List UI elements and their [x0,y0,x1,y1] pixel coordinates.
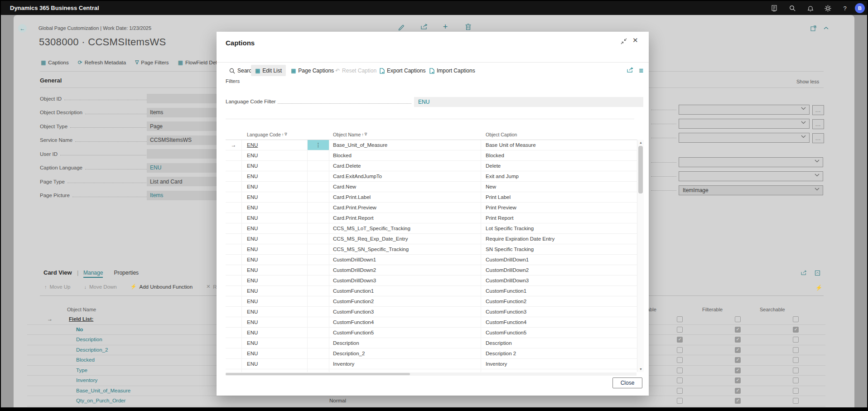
object-name-cell[interactable]: Card.ExitAndJumpTo [329,171,481,181]
card-view-action[interactable]: ↓ Move Down [84,284,117,290]
object-caption-cell[interactable]: CustomFunction4 [481,317,637,327]
assist-edit-button[interactable]: ... [812,105,824,115]
scrollbar-thumb[interactable] [638,146,643,193]
design-icon[interactable]: ⚡ [815,285,822,291]
object-name-cell[interactable]: Description_2 [76,347,108,353]
searchable-checkbox[interactable] [793,367,799,373]
dropdown-field[interactable]: ... [679,133,810,143]
filterable-checkbox[interactable] [735,367,741,373]
language-code-cell[interactable]: ENU [247,361,258,367]
language-code-cell[interactable]: ENU [247,340,258,346]
searchable-checkbox[interactable] [793,398,799,404]
editable-checkbox[interactable] [677,316,683,322]
caption-row[interactable]: → ENU ⋮ Card.Print.Preview Print Preview [226,203,637,213]
back-button[interactable]: ← [18,24,27,33]
caption-row[interactable]: → ENU ⋮ CCS_MS_LoT_Specific_Tracking Lot… [226,223,637,234]
language-code-cell[interactable]: ENU [247,247,258,252]
caption-row[interactable]: → ENU ⋮ Card.ExitAndJumpTo Exit and Jump [226,171,637,182]
object-caption-cell[interactable]: CustomDrillDown3 [481,276,637,285]
chevron-down-icon[interactable] [815,188,820,191]
editable-checkbox[interactable] [677,347,683,353]
object-name-cell[interactable]: Base_Unit_of_Measure [76,388,130,393]
page-captions-action[interactable]: ▦ Page Captions [291,68,334,74]
filterable-column-header[interactable]: Filterable [702,307,723,312]
ribbon-action[interactable]: ∇ Page Filters [135,59,169,66]
filterable-checkbox[interactable] [735,357,741,363]
caption-row[interactable]: → ENU ⋮ Blocked Blocked [226,150,637,161]
object-caption-cell[interactable]: Description [481,338,637,348]
object-caption-cell[interactable]: New [481,182,637,192]
object-name-cell[interactable]: Type [76,367,87,373]
object-caption-cell[interactable]: Base Unit of Measure [481,140,637,150]
language-code-cell[interactable]: ENU [247,215,258,221]
horizontal-scrollbar[interactable] [226,372,637,376]
object-caption-cell[interactable]: SN Specific Tracking [481,244,637,254]
object-name-cell[interactable]: CustomFunction5 [329,328,481,338]
editable-checkbox[interactable] [677,357,683,363]
object-name-cell[interactable]: CustomDrillDown2 [329,265,481,275]
row-ellipsis-icon[interactable]: ⋮ [316,142,321,148]
edit-icon[interactable] [397,23,405,31]
object-name-cell[interactable]: Card.Print.Label [329,192,481,202]
caption-row[interactable]: → ENU ⋮ Base_Unit_of_Measure Base Unit o… [226,140,637,150]
filterable-checkbox[interactable] [735,398,741,404]
object-name-cell[interactable]: CustomFunction4 [329,317,481,327]
object-name-cell[interactable]: CCS_MS_Req_Exp_Date_Entry [329,234,481,244]
object-name-cell[interactable]: CustomDrillDown1 [329,255,481,265]
language-code-cell[interactable]: ENU [247,278,258,283]
share-section-icon[interactable] [801,270,807,276]
assist-edit-button[interactable]: ... [812,119,824,129]
scroll-down-icon[interactable]: ▼ [637,367,644,371]
caption-row[interactable]: → ENU ⋮ Card.Delete Delete [226,161,637,171]
caption-row[interactable]: → ENU ⋮ CustomDrillDown1 CustomDrillDown… [226,255,637,265]
object-caption-cell[interactable]: Lot Specific Tracking [481,223,637,233]
object-name-cell[interactable]: CustomFunction1 [329,286,481,296]
close-icon[interactable]: ✕ [632,36,638,44]
dropdown-field[interactable]: ... [679,119,810,129]
show-less-link[interactable]: Show less [796,79,819,84]
ribbon-action[interactable]: ▦ Captions [41,59,69,66]
expand-section-icon[interactable] [815,270,820,276]
report-icon[interactable] [770,4,778,12]
object-caption-cell[interactable]: CustomDrillDown2 [481,265,637,275]
language-code-filter-input[interactable]: ENU [414,97,643,107]
chevron-down-icon[interactable] [815,160,820,163]
assist-edit-button[interactable]: ... [812,133,824,143]
object-caption-cell[interactable]: Require Expiration Date Entry [481,234,637,244]
card-view-action[interactable]: ↑ Move Up [44,284,71,290]
dropdown-field[interactable]: ... [679,171,823,181]
object-caption-cell[interactable]: Print Report [481,213,637,223]
searchable-checkbox[interactable] [793,377,799,383]
language-code-cell[interactable]: ENU [247,330,258,335]
restore-size-icon[interactable] [621,38,627,44]
object-name-cell[interactable]: CustomDrillDown3 [329,276,481,285]
table-row[interactable]: → Qty_on_Purch_Order Normal [27,396,825,406]
editable-checkbox[interactable] [677,388,683,394]
caption-row[interactable]: → ENU ⋮ Inventory Inventory [226,359,637,369]
filterable-checkbox[interactable] [735,337,741,343]
share-icon[interactable] [420,23,429,31]
language-code-cell[interactable]: ENU [247,299,258,304]
caption-row[interactable]: → ENU ⋮ CustomFunction3 CustomFunction3 [226,307,637,317]
language-code-cell[interactable]: ENU [247,267,258,273]
editable-checkbox[interactable] [677,367,683,373]
editable-checkbox[interactable] [677,337,683,343]
language-code-cell[interactable]: ENU [247,163,258,169]
searchable-checkbox[interactable] [793,388,799,394]
close-button[interactable]: Close [612,377,642,388]
share-toolbar-icon[interactable] [627,67,634,73]
object-name-cell[interactable]: CustomFunction3 [329,307,481,317]
object-caption-header[interactable]: Object Caption [481,132,637,137]
object-name-cell[interactable]: Base_Unit_of_Measure [329,140,481,150]
caption-row[interactable]: → ENU ⋮ CCS_MS_SN_Specific_Tracking SN S… [226,244,637,255]
object-caption-cell[interactable]: Inventory [481,359,637,369]
popout-icon[interactable] [809,24,817,32]
ribbon-action[interactable]: ⟳ Refresh Metadata [78,59,126,66]
object-caption-cell[interactable]: CustomFunction3 [481,307,637,317]
dropdown-field[interactable]: ItemImage ... [679,185,823,195]
vertical-scrollbar[interactable]: ▲ ▼ [637,140,644,372]
search-icon[interactable] [788,4,796,12]
filterable-checkbox[interactable] [735,316,741,322]
object-name-column-header[interactable]: Object Name [67,307,96,312]
help-icon[interactable]: ? [841,4,849,12]
